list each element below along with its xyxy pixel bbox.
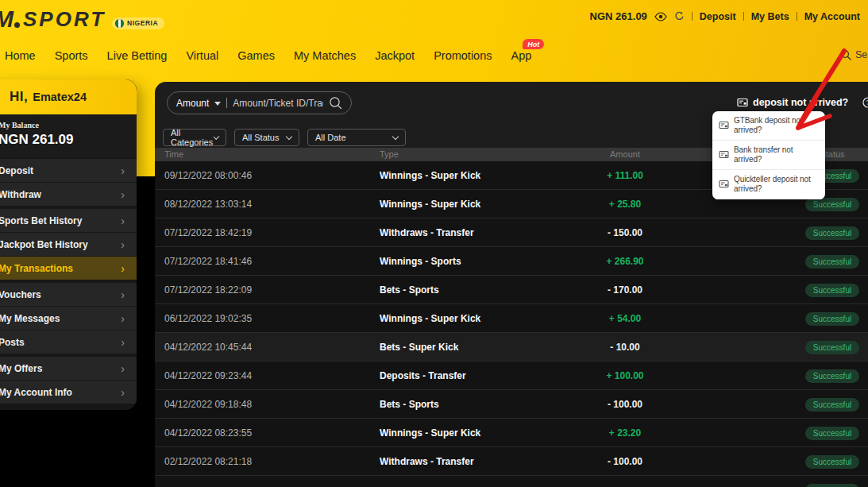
sidebar-item-label: My Transactions (0, 263, 73, 274)
nav-item[interactable]: My Matches (294, 49, 356, 62)
hot-badge: Hot (523, 39, 544, 49)
sidebar-item[interactable]: My Messages › (0, 307, 137, 330)
msport-logo[interactable]: M SPORT NIGERIA (0, 6, 164, 33)
chevron-right-icon: › (121, 239, 125, 250)
nav-item[interactable]: Sports (55, 49, 88, 62)
table-row: 04/12/2022 09:18:48 Bets - Sports - 100.… (155, 390, 868, 419)
help-menu-item[interactable]: GTBank deposit not arrived? (712, 111, 825, 141)
sidebar-menu: Deposit › Withdraw › Sports Bet History … (0, 159, 137, 404)
transaction-time: 04/12/2022 09:23:44 (164, 361, 252, 390)
nav-item[interactable]: Jackpot (375, 49, 415, 62)
transaction-time: 06/12/2022 19:02:35 (164, 304, 252, 333)
nav-item-label: My Matches (294, 49, 356, 62)
column-header-time: Time (164, 148, 183, 161)
nav-item[interactable]: Games (237, 49, 275, 62)
transaction-amount: + 111.00 (561, 161, 689, 190)
transaction-type: Bets - Sports (380, 276, 439, 304)
chevron-right-icon: › (121, 387, 125, 398)
sidebar-item[interactable]: Deposit › (0, 159, 137, 182)
transaction-status-cell: Successful (786, 419, 868, 447)
transaction-status-cell: Successful (786, 361, 868, 390)
search-icon (840, 49, 851, 60)
divider (797, 12, 797, 21)
nav-item[interactable]: Virtual (186, 49, 218, 62)
search-input[interactable] (233, 98, 323, 109)
status-badge: Successful (805, 341, 859, 354)
deposit-link[interactable]: Deposit (700, 11, 736, 22)
logo-m: M (0, 6, 13, 33)
deposit-not-arrived-button[interactable]: deposit not arrived? (737, 97, 848, 108)
logo-text: SPORT (23, 7, 106, 32)
chevron-right-icon: › (121, 215, 125, 226)
question-circle-icon: ? (862, 97, 868, 108)
chevron-right-icon: › (121, 313, 125, 324)
sidebar-item-label: Withdraw (0, 189, 41, 200)
table-row: 06/12/2022 19:02:35 Winnings - Super Kic… (155, 304, 868, 333)
my-bets-link[interactable]: My Bets (751, 11, 789, 22)
transaction-time: 04/12/2022 08:23:55 (164, 419, 252, 447)
nav-search-label: Search (855, 49, 868, 60)
sidebar-item[interactable]: Posts › (0, 330, 137, 354)
transaction-type: Winnings - Super Kick (380, 161, 480, 190)
divider (692, 12, 692, 21)
refresh-icon[interactable] (674, 11, 685, 21)
sidebar-item[interactable]: Jackpot Bet History › (0, 233, 137, 256)
transaction-status-cell: Successful (786, 304, 868, 333)
chevron-right-icon: › (121, 165, 125, 176)
my-account-link[interactable]: My Account (804, 11, 860, 22)
qa-link[interactable]: ? Q&A (862, 97, 868, 108)
help-menu-item-label: GTBank deposit not arrived? (734, 116, 819, 135)
greeting-prefix: HI, (10, 89, 28, 105)
chevron-right-icon: › (121, 337, 125, 348)
column-header-type: Type (380, 148, 399, 161)
filter-dropdown[interactable]: All Date (307, 129, 406, 146)
transaction-time: 02/12/2022 08:21:18 (164, 447, 252, 476)
nav-item[interactable]: Home (5, 49, 36, 62)
nav-item-label: Promotions (434, 49, 492, 62)
divider (226, 98, 227, 108)
account-strip: NGN 261.09 Deposit My Bets My Account (590, 10, 860, 22)
chevron-right-icon: › (121, 289, 125, 300)
nav-item[interactable]: Promotions (434, 49, 492, 62)
transaction-amount: - 100.00 (561, 447, 689, 476)
search-icon[interactable] (329, 96, 342, 110)
nav-item-label: Home (5, 49, 36, 62)
nav-item[interactable]: App Hot (511, 49, 531, 62)
sidebar-item[interactable]: Withdraw › (0, 183, 137, 206)
transaction-amount (561, 476, 689, 487)
deposit-form-icon (737, 98, 748, 108)
nav-item[interactable]: Live Betting (107, 49, 168, 62)
transaction-search-bar[interactable]: Amount (167, 91, 352, 114)
nigeria-flag-icon (115, 19, 124, 28)
table-row: 07/12/2022 18:42:19 Withdraws - Transfer… (155, 218, 868, 247)
sidebar-item[interactable]: Vouchers › (0, 283, 137, 306)
help-menu-item-label: Quickteller deposit not arrived? (734, 175, 819, 194)
nav-item-label: Jackpot (375, 49, 415, 62)
status-badge: Successful (805, 226, 859, 240)
transaction-type: Winnings - Super Kick (380, 304, 480, 333)
transaction-status-cell: Successful (786, 390, 868, 419)
transaction-status-cell: Successful (786, 476, 868, 487)
status-badge: Successful (805, 284, 859, 297)
help-menu-item[interactable]: Quickteller deposit not arrived? (712, 170, 825, 199)
sidebar-item[interactable]: Sports Bet History › (0, 209, 137, 232)
sidebar-item[interactable]: My Transactions › (0, 257, 137, 280)
nav-search-button[interactable]: Search (840, 49, 868, 60)
chevron-right-icon: › (121, 189, 125, 200)
transaction-type: Winnings - Sports (380, 247, 461, 276)
deposit-doc-icon (719, 150, 729, 160)
logo-dot-icon (14, 22, 20, 28)
chevron-right-icon: › (121, 363, 125, 374)
sidebar-item[interactable]: My Offers › (0, 357, 137, 380)
sidebar-item[interactable]: My Account Info › (0, 381, 137, 404)
help-menu-item[interactable]: Bank transfer not arrived? (712, 141, 825, 170)
username: Ematex24 (33, 91, 87, 103)
search-category-select[interactable]: Amount (176, 98, 209, 109)
table-row: 07/12/2022 18:22:09 Bets - Sports - 170.… (155, 276, 868, 304)
transaction-status-cell: Successful (786, 218, 868, 247)
chevron-down-icon (392, 133, 399, 139)
transaction-status-cell: Successful (786, 447, 868, 476)
filter-dropdown[interactable]: All Status (234, 129, 299, 146)
eye-icon[interactable] (654, 12, 667, 21)
filter-dropdown[interactable]: All Categories (163, 129, 226, 146)
